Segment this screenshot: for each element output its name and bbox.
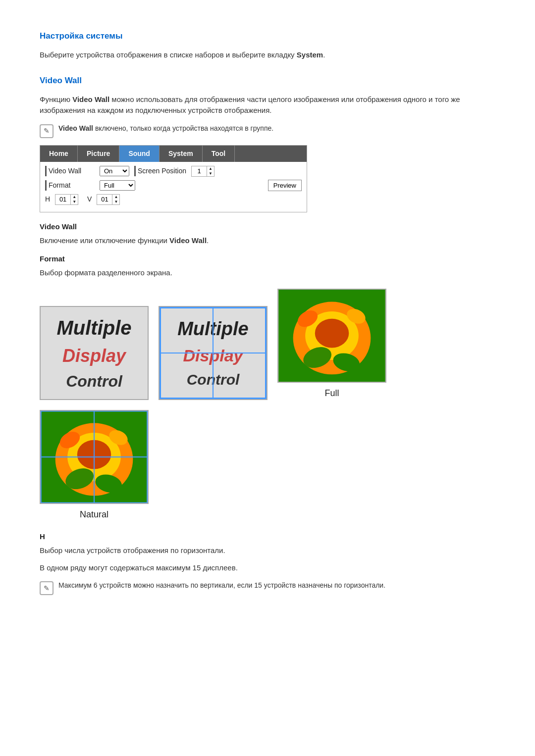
note-1: ✎ Video Wall включено, только когда устр… [40,123,495,138]
down-arrow[interactable]: ▼ [207,171,214,176]
mdc-c: Control [66,369,122,393]
img-full-mdc: Multiple Display Control [40,306,149,400]
format-dropdown[interactable]: Full Natural [100,180,135,191]
video-wall-section: Video Wall Функцию Video Wall можно испо… [40,74,495,595]
tab-picture[interactable]: Picture [78,146,119,162]
img-natural-mdc: Multiple Display Control [159,306,268,400]
up-arrow[interactable]: ▲ [207,166,214,171]
system-settings-body-suffix: . [323,50,325,59]
note-icon-2: ✎ [40,581,54,595]
nav-content: Video Wall On Off Screen Position ▲ ▼ Fo… [40,162,307,212]
screen-position-arrows[interactable]: ▲ ▼ [207,166,214,176]
flower-full-svg [278,290,385,382]
vw-sub-title: Video Wall [40,221,495,233]
mdc-d: Display [62,343,126,369]
screen-position-label: Screen Position [134,166,186,176]
mdc-logo-full: Multiple Display Control [41,307,148,399]
video-wall-body: Функцию Video Wall можно использовать дл… [40,94,495,116]
svg-point-3 [315,318,349,348]
h-label: H [45,194,50,204]
v-up-arrow[interactable]: ▲ [112,195,119,200]
v-down-arrow[interactable]: ▼ [112,200,119,204]
system-settings-body-text: Выберите устройства отображения в списке… [40,50,295,59]
flower-natural-inner [41,411,148,503]
nav-bar: Home Picture Sound System Tool [40,146,307,162]
system-settings-body: Выберите устройства отображения в списке… [40,50,495,61]
vw-label: Video Wall [45,166,95,176]
system-settings-body-bold: System [297,50,323,59]
system-settings-section: Настройка системы Выберите устройства от… [40,30,495,60]
flower-natural-svg [41,411,148,503]
tab-system[interactable]: System [160,146,203,162]
img-flower-natural [40,410,149,504]
nav-table: Home Picture Sound System Tool Video Wal… [40,145,307,212]
note-1-body: включено, только когда устройства находя… [95,124,273,132]
flower-full-inner [278,290,385,382]
images-grid: Multiple Display Control Multiple Displa… [40,289,495,521]
h-section-body-1: Выбор числа устройств отображения по гор… [40,545,495,556]
grid-cell-2 [213,308,266,353]
note-1-text: Video Wall включено, только когда устрой… [58,123,273,134]
format-label: Format [45,180,95,191]
grid-cell-3 [160,353,213,398]
h-up-arrow[interactable]: ▲ [71,195,78,200]
img-block-natural-mdc: Multiple Display Control [159,306,268,400]
note-1-bold: Video Wall [58,124,93,132]
grid-cell-4 [213,353,266,398]
nav-row-hv: H ▲ ▼ V ▲ ▼ [45,194,302,205]
note-icon-1: ✎ [40,124,54,138]
vw-body-bold: Video Wall [72,95,109,103]
vw-sub-body: Включение или отключение функции Video W… [40,235,495,247]
grid-overlay-mdc [160,307,267,399]
vw-sub-suffix: . [207,236,209,245]
caption-natural: Natural [80,508,108,521]
nav-row-format: Format Full Natural Preview [45,180,302,191]
note-2-text: Максимум 6 устройств можно назначить по … [58,580,385,591]
vw-sub-bold: Video Wall [169,236,207,245]
img-flower-full [277,289,386,383]
vw-sub-intro: Включение или отключение функции [40,236,167,245]
h-arrows[interactable]: ▲ ▼ [70,195,78,204]
h-spin[interactable]: ▲ ▼ [55,194,78,205]
h-section-title: H [40,531,495,543]
caption-full: Full [324,387,339,400]
mdc-m: Multiple [56,313,131,343]
h-input[interactable] [55,196,70,203]
vw-dropdown[interactable]: On Off [100,166,129,176]
img-block-flower-natural: Natural [40,410,149,521]
v-arrows[interactable]: ▲ ▼ [112,195,119,204]
img-block-flower-full: Full [277,289,386,400]
vw-body-intro: Функцию [40,95,70,103]
nav-row-videowall: Video Wall On Off Screen Position ▲ ▼ [45,166,302,177]
v-label: V [87,194,92,204]
screen-position-spin[interactable]: ▲ ▼ [191,166,214,177]
system-settings-title: Настройка системы [40,30,495,43]
tab-sound[interactable]: Sound [119,146,160,162]
img-block-full-mdc: Multiple Display Control [40,306,149,400]
tab-home[interactable]: Home [40,146,78,162]
preview-button[interactable]: Preview [268,180,302,191]
format-sub-body: Выбор формата разделенного экрана. [40,267,495,279]
video-wall-title: Video Wall [40,74,495,87]
screen-position-input[interactable] [192,167,207,175]
h-section-body-2: В одном ряду могут содержаться максимум … [40,562,495,574]
note-2: ✎ Максимум 6 устройств можно назначить п… [40,580,495,595]
format-sub-title: Format [40,253,495,265]
tab-tool[interactable]: Tool [203,146,235,162]
v-spin[interactable]: ▲ ▼ [97,194,120,205]
grid-cell-1 [160,308,213,353]
h-down-arrow[interactable]: ▼ [71,200,78,204]
v-input[interactable] [97,196,112,203]
